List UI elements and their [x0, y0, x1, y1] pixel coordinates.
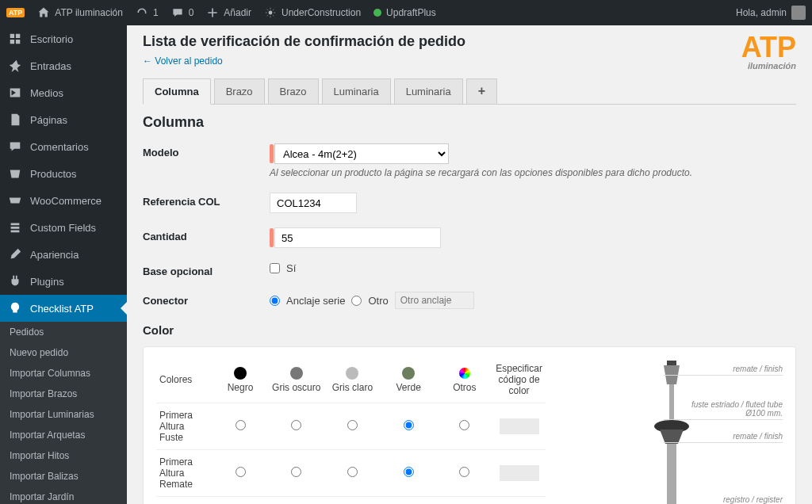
cantidad-label: Cantidad [143, 227, 270, 242]
comments-count: 0 [189, 7, 194, 18]
home-icon [37, 6, 50, 19]
conector-label: Conector [143, 292, 270, 307]
anno-registro: registro / registerIP66 [723, 495, 783, 504]
svg-rect-6 [667, 444, 676, 504]
wp-logo-badge: ATP [6, 8, 25, 17]
color-radio[interactable] [236, 420, 246, 430]
color-header-label: Colores [156, 357, 213, 403]
color-col-gris-oscuro: Gris oscuro [268, 357, 324, 403]
lamp-illustration-icon [632, 357, 711, 504]
color-radio[interactable] [347, 420, 358, 430]
greeting: Hola, admin [736, 7, 787, 18]
gear-icon [264, 6, 277, 19]
tab-columna[interactable]: Columna [143, 78, 211, 105]
updraft-item[interactable]: UpdraftPlus [373, 7, 436, 18]
color-col-negro: Negro [213, 357, 269, 403]
conector-serie-radio[interactable]: Anclaje serie [270, 295, 345, 307]
updates-count: 1 [153, 7, 159, 18]
conector-otro-input[interactable] [395, 292, 474, 309]
color-radio[interactable] [404, 420, 414, 430]
updates-item[interactable]: 1 [136, 6, 159, 19]
sidebar-item-medios[interactable]: Medios [0, 79, 127, 106]
submenu-item[interactable]: Pedidos [0, 322, 127, 342]
account-item[interactable]: Hola, admin [736, 6, 806, 20]
color-radio[interactable] [291, 420, 301, 430]
swatch-icon [402, 367, 415, 380]
color-row-label: Primera Altura Remate [156, 450, 213, 497]
plus-icon [206, 6, 219, 19]
color-code-input[interactable] [500, 465, 539, 481]
color-code-header: Especificar código de color [492, 357, 546, 403]
anno-remate-bot: remate / finish [664, 432, 783, 443]
color-radio[interactable] [291, 467, 301, 477]
color-radio[interactable] [236, 467, 246, 477]
sidebar-item-apariencia[interactable]: Apariencia [0, 241, 127, 268]
tab-luminaria[interactable]: Luminaria [394, 78, 463, 104]
cantidad-input[interactable] [274, 227, 441, 248]
color-radio[interactable] [404, 467, 414, 477]
brand-logo: ATP iluminación [741, 33, 796, 71]
page-icon [8, 113, 22, 127]
sidebar-item-escritorio[interactable]: Escritorio [0, 25, 127, 52]
submenu-item[interactable]: Importar Brazos [0, 384, 127, 404]
main-content: Lista de verificación de confirmación de… [127, 25, 812, 504]
color-radio[interactable] [459, 467, 469, 477]
referencia-input[interactable] [270, 193, 357, 213]
base-label: Base opcional [143, 262, 270, 277]
admin-sidebar: EscritorioEntradasMediosPáginasComentari… [0, 25, 127, 504]
sidebar-item-woocommerce[interactable]: WooCommerce [0, 187, 127, 214]
wp-admin-bar: ATP ATP iluminación 1 0 Añadir UnderCons… [0, 0, 812, 25]
sidebar-item-checklist-atp[interactable]: Checklist ATP [0, 295, 127, 322]
brush-icon [8, 247, 22, 262]
avatar-icon [791, 6, 806, 20]
submenu-item[interactable]: Importar Jardín [0, 487, 127, 504]
color-col-verde: Verde [381, 357, 437, 403]
required-accent-icon [270, 144, 274, 163]
status-dot-icon [373, 9, 381, 17]
updraft-label: UpdraftPlus [386, 7, 436, 18]
bulb-icon [8, 301, 22, 315]
sidebar-item-custom-fields[interactable]: Custom Fields [0, 214, 127, 241]
svg-point-0 [269, 11, 273, 15]
sidebar-item-productos[interactable]: Productos [0, 160, 127, 187]
add-new-item[interactable]: Añadir [206, 6, 251, 19]
media-icon [8, 86, 22, 100]
sidebar-item-plugins[interactable]: Plugins [0, 268, 127, 295]
color-row-label: Primera Altura Fuste [156, 403, 213, 450]
modelo-select[interactable]: Alcea - 4m(2+2) [274, 143, 449, 164]
submenu-item[interactable]: Importar Columnas [0, 363, 127, 384]
comment-icon [8, 139, 22, 154]
color-radio[interactable] [347, 467, 358, 477]
base-checkbox[interactable] [270, 263, 280, 273]
submenu-item[interactable]: Importar Luminarias [0, 404, 127, 425]
add-label: Añadir [224, 7, 251, 18]
comment-icon [171, 6, 184, 19]
woo-icon [8, 193, 22, 208]
submenu-item[interactable]: Nuevo pedido [0, 342, 127, 363]
submenu-item[interactable]: Importar Arquetas [0, 425, 127, 445]
sidebar-item-páginas[interactable]: Páginas [0, 106, 127, 133]
product-tabs: ColumnaBrazoBrazoLuminariaLuminaria+ [143, 78, 796, 105]
tab-luminaria[interactable]: Luminaria [322, 78, 391, 104]
color-table: ColoresNegroGris oscuroGris claroVerdeOt… [156, 357, 546, 504]
comments-item[interactable]: 0 [171, 6, 194, 19]
underconstruction-item[interactable]: UnderConstruction [264, 6, 361, 19]
submenu-item[interactable]: Importar Balizas [0, 466, 127, 487]
pin-icon [8, 59, 22, 73]
color-heading: Color [143, 323, 796, 337]
cf-icon [8, 220, 22, 235]
base-option: Sí [286, 262, 296, 274]
sidebar-item-comentarios[interactable]: Comentarios [0, 133, 127, 160]
tab-brazo[interactable]: Brazo [268, 78, 319, 104]
swatch-icon [290, 367, 303, 380]
site-name: ATP iluminación [55, 7, 123, 18]
back-link[interactable]: ← Volver al pedido [143, 55, 223, 67]
tab-brazo[interactable]: Brazo [214, 78, 265, 104]
site-name-item[interactable]: ATP iluminación [37, 6, 123, 19]
color-radio[interactable] [459, 420, 469, 430]
conector-otro-radio[interactable]: Otro [351, 295, 388, 307]
submenu-item[interactable]: Importar Hitos [0, 445, 127, 466]
tab-add[interactable]: + [466, 78, 497, 104]
color-code-input[interactable] [500, 418, 539, 434]
sidebar-item-entradas[interactable]: Entradas [0, 52, 127, 79]
